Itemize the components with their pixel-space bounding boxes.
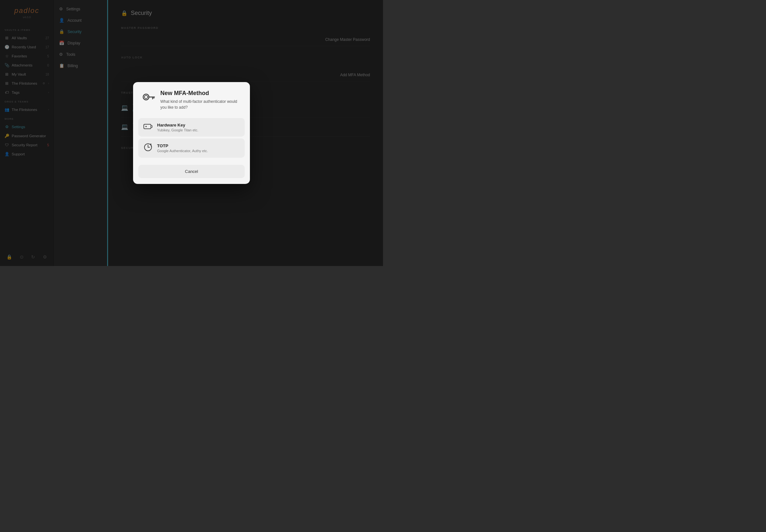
totp-info: TOTP Google Authenticator, Authy etc. xyxy=(157,143,208,153)
svg-point-1 xyxy=(144,95,148,99)
totp-title: TOTP xyxy=(157,143,208,148)
modal-header: New MFA-Method What kind of multi-factor… xyxy=(133,82,250,115)
modal-text-area: New MFA-Method What kind of multi-factor… xyxy=(160,90,242,110)
cancel-button[interactable]: Cancel xyxy=(138,165,245,178)
svg-rect-5 xyxy=(144,124,151,129)
modal-title: New MFA-Method xyxy=(160,90,242,97)
hardware-key-icon xyxy=(143,123,152,131)
svg-rect-6 xyxy=(151,126,152,127)
new-mfa-method-modal: New MFA-Method What kind of multi-factor… xyxy=(133,82,250,184)
totp-option[interactable]: TOTP Google Authenticator, Authy etc. xyxy=(138,139,245,158)
modal-cancel-area: Cancel xyxy=(133,160,250,184)
svg-point-7 xyxy=(145,126,147,127)
hardware-key-subtitle: Yubikey, Google Titan etc. xyxy=(157,128,198,132)
modal-key-icon xyxy=(141,91,155,107)
totp-icon xyxy=(143,143,152,153)
hardware-key-title: Hardware Key xyxy=(157,123,198,127)
modal-overlay[interactable]: New MFA-Method What kind of multi-factor… xyxy=(0,0,383,266)
modal-subtitle: What kind of multi-factor authenticator … xyxy=(160,99,242,110)
totp-subtitle: Google Authenticator, Authy etc. xyxy=(157,149,208,153)
svg-point-0 xyxy=(143,94,149,100)
modal-options: Hardware Key Yubikey, Google Titan etc. … xyxy=(133,115,250,160)
hardware-key-option[interactable]: Hardware Key Yubikey, Google Titan etc. xyxy=(138,118,245,137)
hardware-key-info: Hardware Key Yubikey, Google Titan etc. xyxy=(157,123,198,132)
